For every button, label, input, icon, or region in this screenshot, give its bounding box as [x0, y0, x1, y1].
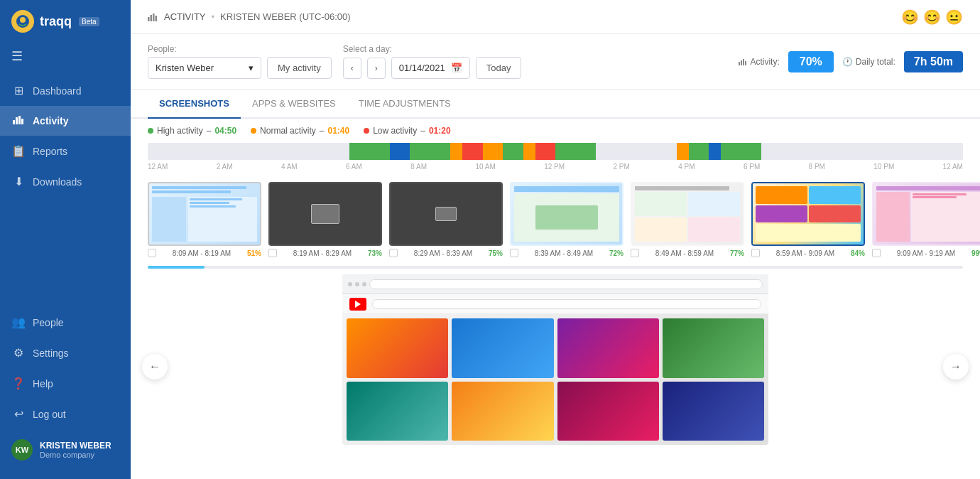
youtube-preview [342, 274, 768, 445]
sidebar-item-label: Settings [33, 348, 69, 359]
sidebar-item-downloads[interactable]: ⬇ Downloads [0, 166, 131, 197]
screenshot-thumb[interactable] [631, 182, 744, 246]
people-icon: 👥 [11, 316, 26, 329]
sidebar-item-reports[interactable]: 📋 Reports [0, 136, 131, 166]
app-logo: traqq Beta [0, 0, 131, 43]
tab-screenshots[interactable]: SCREENSHOTS [148, 90, 241, 119]
date-display[interactable]: 01/14/2021 📅 [391, 57, 470, 79]
sidebar-item-label: Downloads [33, 176, 82, 188]
prev-date-button[interactable]: ‹ [343, 58, 361, 79]
screenshot-card-selected[interactable]: 8:59 AM - 9:09 AM 84% [751, 182, 865, 260]
screenshot-thumb[interactable] [389, 182, 503, 246]
yt-thumb [452, 318, 553, 378]
sidebar-item-people[interactable]: 👥 People [0, 307, 131, 338]
screenshot-thumb-selected[interactable] [751, 182, 865, 246]
topbar-separator: • [212, 11, 215, 22]
tab-time-adjustments[interactable]: TIME ADJUSTMENTS [347, 90, 462, 119]
activity-summary: Activity: 70% 🕐 Daily total: 7h 50m [739, 51, 963, 72]
screenshot-card[interactable]: 8:19 AM - 8:29 AM 73% [268, 182, 382, 260]
person-select[interactable]: Kristen Weber ▾ [148, 57, 261, 79]
screenshot-thumb[interactable] [148, 182, 261, 246]
next-date-button[interactable]: › [367, 58, 386, 79]
today-button[interactable]: Today [476, 57, 522, 79]
screenshot-checkbox[interactable] [148, 249, 156, 257]
preview-prev-button[interactable]: ← [142, 354, 168, 380]
tab-apps-websites[interactable]: APPS & WEBSITES [241, 90, 347, 119]
legend-high: High activity – 04:50 [148, 126, 236, 136]
clock-icon: 🕐 [842, 57, 853, 67]
timeline-bar [148, 143, 963, 160]
svg-rect-12 [743, 59, 744, 65]
screenshot-card[interactable]: 8:39 AM - 8:49 AM 72% [510, 182, 624, 260]
calendar-icon: 📅 [451, 63, 462, 73]
svg-rect-11 [741, 60, 742, 65]
screenshot-time: 9:09 AM - 9:19 AM [897, 249, 955, 257]
sidebar-item-settings[interactable]: ⚙ Settings [0, 338, 131, 368]
svg-rect-6 [148, 17, 150, 21]
thumb-dialog [435, 207, 457, 221]
normal-activity-dot [251, 128, 256, 134]
screenshot-pct: 73% [368, 249, 382, 257]
screenshot-thumb[interactable] [268, 182, 382, 246]
emoji-happy: 😊 [901, 9, 919, 26]
sidebar-item-logout[interactable]: ↩ Log out [0, 399, 131, 429]
user-card: KW KRISTEN WEBER Demo company [0, 432, 131, 468]
screenshot-time: 8:29 AM - 8:39 AM [414, 249, 472, 257]
screenshot-meta: 8:09 AM - 8:19 AM 51% [148, 246, 261, 260]
svg-rect-5 [21, 119, 23, 124]
topbar-emojis: 😊 😊 😐 [901, 9, 963, 26]
screenshot-checkbox[interactable] [751, 249, 760, 257]
people-row: Kristen Weber ▾ My activity [148, 57, 332, 79]
hamburger-menu[interactable]: ☰ [0, 43, 131, 70]
screenshot-card[interactable]: 8:49 AM - 8:59 AM 77% [631, 182, 744, 260]
screenshot-checkbox[interactable] [389, 249, 398, 257]
svg-point-1 [20, 17, 26, 23]
screenshot-pct: 75% [489, 249, 503, 257]
sidebar-item-dashboard[interactable]: ⊞ Dashboard [0, 75, 131, 106]
screenshot-time: 8:19 AM - 8:29 AM [293, 249, 352, 257]
screenshot-meta: 8:49 AM - 8:59 AM 77% [631, 246, 744, 260]
screenshot-card[interactable]: 8:09 AM - 8:19 AM 51% [148, 182, 261, 260]
scroll-thumb[interactable] [148, 266, 205, 269]
help-icon: ❓ [11, 377, 26, 390]
topbar-breadcrumb: ACTIVITY • KRISTEN WEBER (UTC-06:00) [148, 11, 351, 22]
screenshot-checkbox[interactable] [510, 249, 518, 257]
my-activity-button[interactable]: My activity [267, 57, 332, 79]
screenshot-thumb[interactable] [872, 182, 980, 246]
app-name: traqq [40, 14, 72, 29]
screenshot-checkbox[interactable] [268, 249, 277, 257]
svg-rect-8 [153, 14, 155, 21]
browser-dot [348, 282, 352, 286]
people-label: People: [148, 44, 332, 54]
sidebar-item-help[interactable]: ❓ Help [0, 368, 131, 399]
yt-thumb [663, 382, 764, 441]
screenshot-checkbox[interactable] [631, 249, 639, 257]
preview-container: ← [131, 274, 980, 459]
svg-rect-7 [151, 15, 153, 21]
user-info: KRISTEN WEBER Demo company [40, 441, 111, 459]
sidebar-item-activity[interactable]: Activity [0, 106, 131, 136]
svg-rect-4 [18, 116, 21, 124]
scroll-track [148, 266, 963, 269]
preview-next-button[interactable]: → [943, 354, 969, 380]
screenshot-card[interactable]: 9:09 AM - 9:19 AM 99% [872, 182, 980, 260]
screenshot-checkbox[interactable] [872, 249, 881, 257]
low-activity-value: 01:20 [429, 126, 451, 136]
timeline: 12 AM 2 AM 4 AM 6 AM 8 AM 10 AM 12 PM 2 … [131, 143, 980, 173]
yt-thumb [557, 382, 659, 441]
sidebar-bottom: 👥 People ⚙ Settings ❓ Help ↩ Log out KW … [0, 307, 131, 479]
yt-thumb [557, 318, 659, 378]
scroll-indicator [131, 260, 980, 274]
thumb-preview [632, 183, 743, 244]
sidebar-item-label: Log out [33, 409, 66, 420]
browser-addressbar [369, 279, 763, 289]
screenshot-meta: 8:59 AM - 9:09 AM 84% [751, 246, 865, 260]
low-activity-dot [364, 128, 369, 134]
screenshot-pct: 72% [609, 249, 624, 257]
topbar: ACTIVITY • KRISTEN WEBER (UTC-06:00) 😊 😊… [131, 0, 980, 34]
sidebar: traqq Beta ☰ ⊞ Dashboard Activity 📋 Repo… [0, 0, 131, 479]
screenshot-card[interactable]: 8:29 AM - 8:39 AM 75% [389, 182, 503, 260]
sidebar-item-label: Activity [33, 115, 69, 127]
screenshot-thumb[interactable] [510, 182, 624, 246]
timeline-labels: 12 AM 2 AM 4 AM 6 AM 8 AM 10 AM 12 PM 2 … [148, 160, 963, 173]
